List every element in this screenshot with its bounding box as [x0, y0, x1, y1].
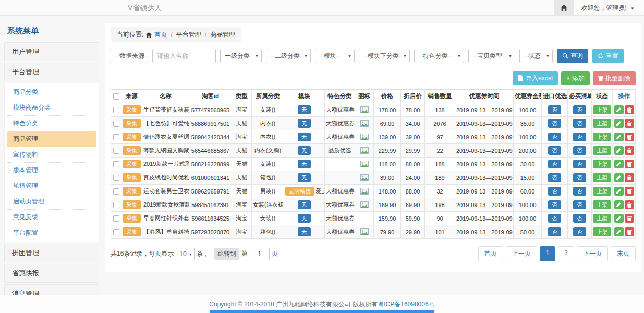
- status-badge[interactable]: 上架: [593, 187, 611, 196]
- row-checkbox[interactable]: [113, 121, 119, 127]
- delete-button[interactable]: [625, 133, 634, 141]
- row-checkbox[interactable]: [113, 229, 119, 235]
- must-buy-toggle[interactable]: 否: [573, 227, 586, 236]
- sidebar-item[interactable]: 拼团管理: [4, 244, 99, 262]
- edit-button[interactable]: [614, 105, 624, 114]
- must-buy-toggle[interactable]: 否: [573, 105, 586, 114]
- level2-category-select[interactable]: --二级分类--▼: [266, 49, 311, 63]
- must-buy-toggle[interactable]: 否: [573, 160, 586, 168]
- module-badge[interactable]: 无: [298, 160, 311, 168]
- sidebar-sub-item[interactable]: 轮播管理: [7, 178, 96, 194]
- module-badge[interactable]: 无: [298, 173, 311, 182]
- module-subcategory-select[interactable]: --模块下分类--▼: [359, 49, 410, 63]
- import-excel-button[interactable]: 导入excel: [513, 71, 558, 85]
- must-buy-toggle[interactable]: 否: [573, 214, 586, 223]
- edit-button[interactable]: [614, 133, 624, 141]
- row-checkbox[interactable]: [113, 188, 119, 195]
- edit-button[interactable]: [614, 200, 624, 209]
- page-number-input[interactable]: [250, 248, 270, 260]
- import-select-toggle[interactable]: 否: [548, 187, 561, 196]
- pager-button[interactable]: 2: [558, 246, 574, 261]
- status-badge[interactable]: 上架: [593, 173, 611, 182]
- status-badge[interactable]: 上架: [593, 133, 611, 141]
- module-badge[interactable]: 无: [298, 214, 311, 223]
- home-button[interactable]: [554, 0, 574, 16]
- edit-button[interactable]: [614, 146, 624, 155]
- import-select-toggle[interactable]: 否: [548, 227, 561, 236]
- delete-button[interactable]: [625, 227, 634, 236]
- sidebar-sub-item[interactable]: 宣传物料: [7, 147, 96, 163]
- icp-link[interactable]: 粤ICP备16098006号: [378, 300, 434, 308]
- row-checkbox[interactable]: [113, 202, 119, 208]
- edit-button[interactable]: [614, 227, 624, 236]
- sidebar-sub-item[interactable]: 模块商品分类: [7, 100, 96, 116]
- level1-category-select[interactable]: 一级分类▼: [220, 49, 262, 63]
- status-badge[interactable]: 上架: [593, 227, 611, 236]
- must-buy-toggle[interactable]: 否: [573, 200, 586, 209]
- must-buy-toggle[interactable]: 否: [573, 133, 586, 141]
- per-page-select[interactable]: 10 ▼: [176, 248, 194, 260]
- row-checkbox[interactable]: [113, 161, 119, 167]
- import-select-toggle[interactable]: 否: [548, 119, 561, 128]
- must-buy-toggle[interactable]: 否: [573, 119, 586, 128]
- delete-button[interactable]: [625, 214, 634, 223]
- status-select[interactable]: --状态--▼: [519, 49, 553, 63]
- pager-button[interactable]: 下一页: [577, 246, 608, 261]
- module-badge[interactable]: 无: [298, 227, 311, 236]
- module-badge[interactable]: 无: [298, 146, 311, 155]
- sidebar-sub-item[interactable]: 启动页管理: [7, 194, 96, 210]
- status-badge[interactable]: 上架: [593, 160, 611, 168]
- import-select-toggle[interactable]: 否: [548, 105, 561, 114]
- delete-button[interactable]: [625, 160, 634, 168]
- sidebar-item[interactable]: 用户管理: [4, 42, 99, 61]
- status-badge[interactable]: 上架: [593, 119, 611, 128]
- edit-button[interactable]: [614, 173, 624, 182]
- feature-category-select[interactable]: --特色分类--▼: [414, 49, 464, 63]
- row-checkbox[interactable]: [113, 175, 119, 181]
- sidebar-sub-item[interactable]: 平台配置: [7, 225, 96, 240]
- must-buy-toggle[interactable]: 否: [573, 187, 586, 196]
- delete-button[interactable]: [625, 105, 634, 114]
- module-badge[interactable]: 无: [298, 119, 311, 128]
- user-menu[interactable]: 欢迎您，管理员! ▼: [574, 4, 644, 13]
- import-select-toggle[interactable]: 否: [548, 173, 561, 182]
- delete-button[interactable]: [625, 119, 634, 128]
- module-badge[interactable]: 品牌精选: [285, 187, 314, 196]
- sidebar-sub-item[interactable]: 特色分类: [7, 116, 96, 131]
- pager-button[interactable]: 上一页: [506, 246, 537, 261]
- delete-button[interactable]: [625, 146, 634, 155]
- module-badge[interactable]: 无: [298, 133, 311, 141]
- must-buy-toggle[interactable]: 否: [573, 173, 586, 182]
- import-select-toggle[interactable]: 否: [548, 160, 561, 168]
- import-select-toggle[interactable]: 否: [548, 146, 561, 155]
- edit-button[interactable]: [614, 119, 624, 128]
- must-buy-toggle[interactable]: 否: [573, 146, 586, 155]
- row-checkbox[interactable]: [113, 148, 119, 154]
- edit-button[interactable]: [614, 160, 624, 168]
- module-badge[interactable]: 无: [298, 200, 311, 209]
- sidebar-sub-item-active[interactable]: 商品管理: [7, 131, 96, 147]
- batch-delete-button[interactable]: 批量删除: [593, 71, 636, 85]
- edit-button[interactable]: [614, 187, 624, 196]
- add-button[interactable]: + 添加: [561, 71, 590, 85]
- row-checkbox[interactable]: [113, 107, 119, 113]
- import-select-toggle[interactable]: 否: [548, 214, 561, 223]
- sidebar-item[interactable]: 省惠快报: [4, 264, 99, 283]
- search-button[interactable]: 查询: [557, 49, 588, 63]
- reset-button[interactable]: 重置: [592, 49, 624, 63]
- item-type-select[interactable]: --宝贝类型--▼: [468, 49, 515, 63]
- status-badge[interactable]: 上架: [593, 105, 611, 114]
- row-checkbox[interactable]: [113, 134, 119, 140]
- status-badge[interactable]: 上架: [593, 200, 611, 209]
- delete-button[interactable]: [625, 187, 634, 196]
- import-select-toggle[interactable]: 否: [548, 200, 561, 209]
- import-select-toggle[interactable]: 否: [548, 133, 561, 141]
- select-all-checkbox[interactable]: [113, 93, 119, 100]
- pager-button[interactable]: 首页: [478, 246, 503, 261]
- status-badge[interactable]: 上架: [593, 146, 611, 155]
- delete-button[interactable]: [625, 173, 634, 182]
- source-filter-select[interactable]: --数据来源--▼: [111, 49, 148, 63]
- sidebar-sub-item[interactable]: 版本管理: [7, 163, 96, 178]
- module-badge[interactable]: 无: [298, 105, 311, 114]
- sidebar-sub-item[interactable]: 商品分类: [7, 85, 96, 100]
